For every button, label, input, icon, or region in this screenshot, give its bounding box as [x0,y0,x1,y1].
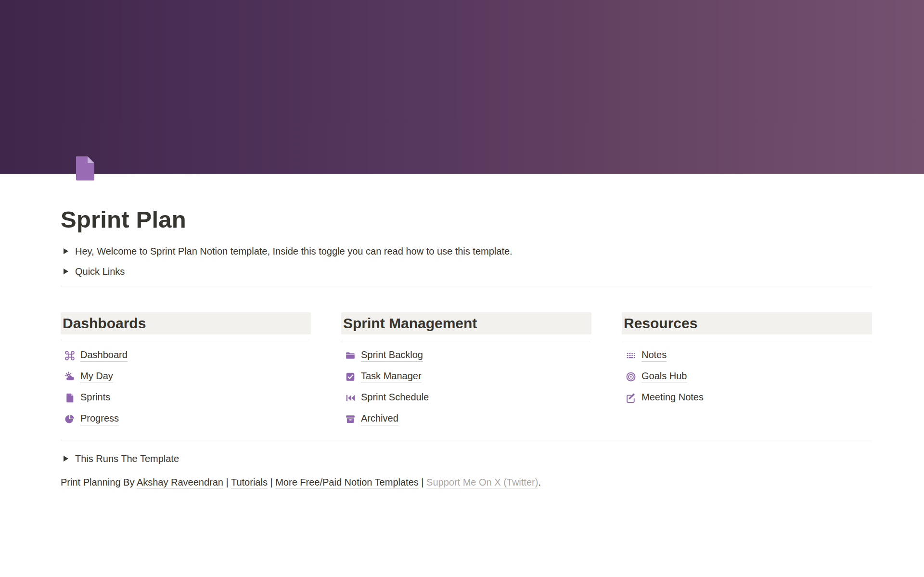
link-dashboard[interactable]: Dashboard [61,349,311,362]
link-label: Sprint Schedule [361,391,429,404]
column-heading-label: Sprint Management [343,315,590,332]
page-content: Sprint Plan Hey, Welcome to Sprint Plan … [61,153,872,489]
toggle-quick-links-label: Quick Links [75,265,125,278]
divider [61,440,872,440]
page-icon [64,393,75,403]
edit-square-icon [626,393,636,403]
link-progress[interactable]: Progress [61,412,311,425]
footer-separator: | [268,477,275,487]
footer-credits: Print Planning By Akshay Raveendran | Tu… [61,475,872,489]
link-label: Progress [80,412,119,425]
link-label: Task Manager [361,370,422,383]
target-icon [626,372,636,382]
page-document-icon[interactable] [69,153,100,183]
column-heading-label: Resources [624,315,870,332]
toggle-triangle-icon[interactable] [64,248,68,254]
footer-period: . [538,477,541,487]
toggle-welcome[interactable]: Hey, Welcome to Sprint Plan Notion templ… [61,244,872,258]
link-task-manager[interactable]: Task Manager [341,370,591,383]
column-heading-dashboards: Dashboards [61,312,311,335]
sun-cloud-icon [64,372,75,382]
link-my-day[interactable]: My Day [61,370,311,383]
keyboard-icon [626,350,636,361]
link-meeting-notes[interactable]: Meeting Notes [622,391,872,404]
link-archived[interactable]: Archived [341,412,591,425]
divider [61,286,872,286]
command-icon [64,350,75,361]
folder-icon [345,350,356,361]
toggle-triangle-icon[interactable] [64,269,68,274]
rewind-icon [345,393,356,403]
footer-link-tutorials[interactable]: Tutorials [231,477,268,488]
footer-separator: | [419,477,426,487]
column-dashboards: Dashboards Dashboard [61,312,311,426]
column-heading-resources: Resources [622,312,872,335]
link-label: Dashboard [80,349,128,362]
divider [622,340,872,340]
link-label: Sprints [80,391,110,404]
link-sprint-schedule[interactable]: Sprint Schedule [341,391,591,404]
footer-prefix: Print Planning By [61,477,137,487]
divider [341,340,591,340]
column-sprint-management: Sprint Management Sprint Backlog [341,312,591,426]
footer-link-templates[interactable]: More Free/Paid Notion Templates [275,477,419,488]
column-heading-sprint-management: Sprint Management [341,312,591,335]
divider [61,340,311,340]
toggle-welcome-label: Hey, Welcome to Sprint Plan Notion templ… [75,244,513,258]
column-resources: Resources Notes [622,312,872,426]
link-label: Sprint Backlog [361,349,423,362]
link-label: Goals Hub [642,370,687,383]
archive-box-icon [345,414,356,424]
footer-separator: | [223,477,231,487]
pie-chart-icon [64,414,75,424]
link-goals-hub[interactable]: Goals Hub [622,370,872,383]
columns-section: Dashboards Dashboard [61,312,872,426]
cover-image[interactable] [0,0,924,174]
toggle-runs-template[interactable]: This Runs The Template [61,452,872,465]
toggle-triangle-icon[interactable] [64,456,68,462]
link-sprint-backlog[interactable]: Sprint Backlog [341,349,591,362]
link-sprints[interactable]: Sprints [61,391,311,404]
footer-link-support[interactable]: Support Me On X (Twitter) [426,477,538,488]
link-notes[interactable]: Notes [622,349,872,362]
link-label: My Day [80,370,113,383]
column-heading-label: Dashboards [63,315,309,332]
link-label: Meeting Notes [642,391,704,404]
link-label: Archived [361,412,398,425]
checkbox-check-icon [345,372,356,382]
link-label: Notes [642,349,667,362]
toggle-runs-template-label: This Runs The Template [75,452,179,465]
page-title: Sprint Plan [61,205,872,234]
toggle-quick-links[interactable]: Quick Links [61,265,872,278]
footer-link-author[interactable]: Akshay Raveendran [137,477,223,488]
